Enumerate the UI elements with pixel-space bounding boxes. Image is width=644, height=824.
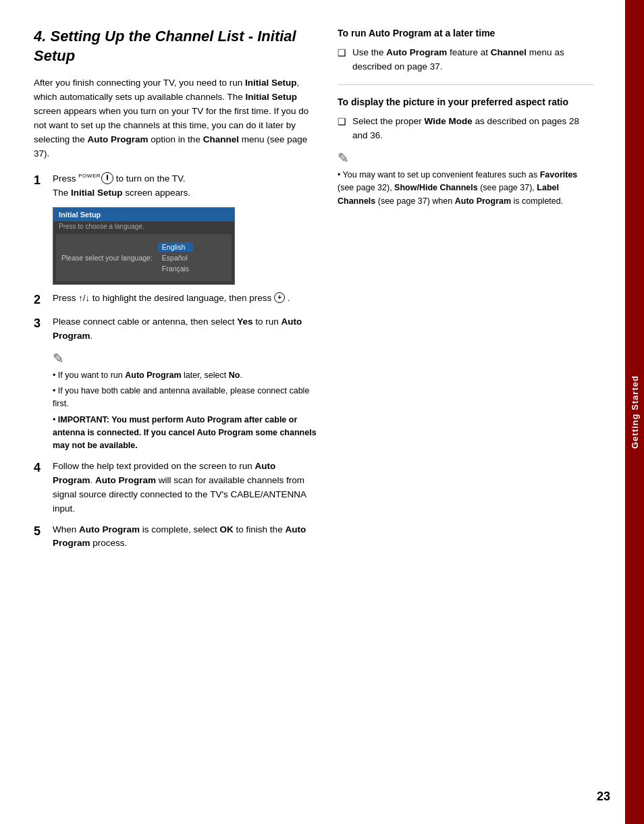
section1-title: To run Auto Program at a later time xyxy=(338,27,594,40)
bullet-symbol-2: ❑ xyxy=(338,115,347,143)
power-icon xyxy=(101,172,113,184)
page-number-text: 23 xyxy=(597,790,610,803)
step-3-content: Please connect cable or antenna, then se… xyxy=(53,315,317,344)
note-block-1: ✎ • If you want to run Auto Program late… xyxy=(53,350,317,453)
lang-english: English xyxy=(158,242,193,252)
section1-bullet: ❑ Use the Auto Program feature at Channe… xyxy=(338,46,594,74)
section2-title: To display the picture in your preferred… xyxy=(338,96,594,109)
right-column: To run Auto Program at a later time ❑ Us… xyxy=(338,27,594,797)
chapter-title: 4. Setting Up the Channel List - Initial… xyxy=(34,27,317,65)
step-5-number: 5 xyxy=(34,523,47,540)
lang-espanol: Español xyxy=(158,253,193,263)
divider-1 xyxy=(338,84,594,85)
section1-bullet-text: Use the Auto Program feature at Channel … xyxy=(352,46,594,74)
page-number: 23 xyxy=(597,790,610,804)
right-note-container: ✎ • You may want to set up convenient fe… xyxy=(338,150,594,208)
step-1-container: 1 Press POWER to turn on the TV. The Ini… xyxy=(34,172,317,200)
main-content: 4. Setting Up the Channel List - Initial… xyxy=(0,0,625,824)
lang-francais: Français xyxy=(158,264,193,273)
right-note-text: • You may want to set up convenient feat… xyxy=(338,169,594,208)
power-label: POWER xyxy=(78,173,101,179)
intro-paragraph: After you finish connecting your TV, you… xyxy=(34,76,317,161)
section2-bullet: ❑ Select the proper Wide Mode as describ… xyxy=(338,115,594,143)
language-options: English Español Français xyxy=(158,242,193,273)
step-1-number: 1 xyxy=(34,172,47,189)
screen-mockup: Initial Setup Press to choose a language… xyxy=(53,207,235,285)
note-item-2: • If you have both cable and antenna ava… xyxy=(53,385,317,411)
page-container: 4. Setting Up the Channel List - Initial… xyxy=(0,0,644,824)
screen-body: Please select your language: English Esp… xyxy=(56,234,232,281)
chapter-title-text: 4. Setting Up the Channel List - Initial… xyxy=(34,28,296,64)
step-4-container: 4 Follow the help text provided on the s… xyxy=(34,460,317,516)
step-3-container: 3 Please connect cable or antenna, then … xyxy=(34,315,317,344)
step-4-content: Follow the help text provided on the scr… xyxy=(53,460,317,516)
section2-bullet-text: Select the proper Wide Mode as described… xyxy=(352,115,594,143)
screen-header: Initial Setup xyxy=(53,208,234,221)
step-2-number: 2 xyxy=(34,292,47,308)
step-4-number: 4 xyxy=(34,460,47,476)
note-content-1: • If you want to run Auto Program later,… xyxy=(53,369,317,453)
sidebar-tab: Getting Started xyxy=(625,0,644,824)
step-1-content: Press POWER to turn on the TV. The Initi… xyxy=(53,172,317,200)
note-item-1: • If you want to run Auto Program later,… xyxy=(53,369,317,382)
step-2-content: Press ↑/↓ to highlight the desired langu… xyxy=(53,292,317,306)
note-icon-1: ✎ xyxy=(53,350,317,366)
step-2-container: 2 Press ↑/↓ to highlight the desired lan… xyxy=(34,292,317,308)
arrow-icon: ↑/↓ xyxy=(78,293,90,303)
left-column: 4. Setting Up the Channel List - Initial… xyxy=(34,27,317,797)
screen-subheader: Press to choose a language. xyxy=(53,221,234,231)
step-5-container: 5 When Auto Program is complete, select … xyxy=(34,523,317,551)
circle-plus-icon: + xyxy=(274,292,285,303)
note-icon-2: ✎ xyxy=(338,150,594,166)
sidebar-tab-text: Getting Started xyxy=(630,375,640,449)
step-3-number: 3 xyxy=(34,315,47,332)
step-5-content: When Auto Program is complete, select OK… xyxy=(53,523,317,551)
bullet-symbol-1: ❑ xyxy=(338,46,347,74)
note-item-3: • IMPORTANT: You must perform Auto Progr… xyxy=(53,414,317,453)
screen-label: Please select your language: xyxy=(61,254,153,262)
